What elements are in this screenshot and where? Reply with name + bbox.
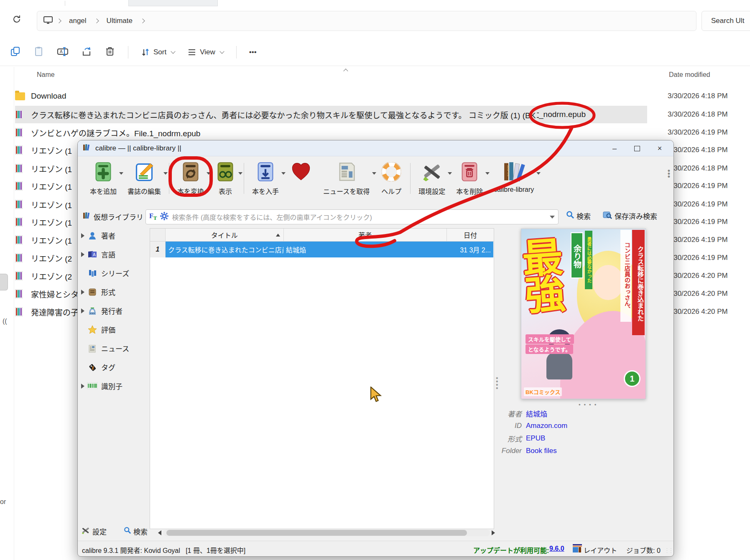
sort-ascending-icon[interactable] xyxy=(343,69,348,73)
toolbar-item-convert-books[interactable]: 本を変換 xyxy=(172,160,209,196)
toolbar-item-preferences[interactable]: 環境設定 xyxy=(413,160,451,196)
cover-art-girl-face xyxy=(593,265,624,300)
toolbar-item-get-books[interactable]: 本を入手 xyxy=(247,160,284,196)
explorer-address-row: angel Ultimate xyxy=(0,9,750,33)
chevron-down-icon xyxy=(219,49,224,53)
share-icon[interactable] xyxy=(81,46,92,59)
folder-link[interactable]: Book files xyxy=(526,447,557,455)
full-text-icon[interactable]: FT xyxy=(149,212,157,221)
bottom-search-button[interactable]: 検索 xyxy=(124,526,148,537)
toolbar-item-donate[interactable] xyxy=(284,160,318,186)
explorer-search-input[interactable]: Search Ult xyxy=(702,11,750,31)
view-button[interactable]: View xyxy=(187,48,224,57)
version-status: calibre 9.3.1 開発者: Kovid Goyal [1 冊、1冊を選… xyxy=(82,545,245,555)
book-date-cell[interactable]: 31 3月 2... xyxy=(446,242,493,257)
search-button[interactable]: 検索 xyxy=(566,211,591,221)
book-author-cell[interactable]: 結城焔 xyxy=(283,242,446,257)
breadcrumb[interactable]: angel Ultimate xyxy=(37,11,696,31)
paste-icon[interactable] xyxy=(33,46,44,59)
horizontal-scrollbar[interactable] xyxy=(158,528,495,537)
settings-button[interactable]: 設定 xyxy=(81,526,107,537)
update-available-label: アップデートが利用可能: xyxy=(473,545,549,555)
search-input[interactable]: 検索条件 (高度な検索をするには、左側の歯車アイコンをクリック) xyxy=(172,212,546,222)
minimize-button[interactable]: – xyxy=(603,140,626,156)
saved-search-button[interactable]: 保存済み検索 xyxy=(603,211,657,221)
epub-file-icon xyxy=(15,217,26,227)
calibre-titlebar[interactable]: calibre — || calibre-library || – × xyxy=(78,140,673,156)
expander-icon[interactable] xyxy=(81,290,84,295)
toolbar-item-library[interactable]: CALIBRE calibre-library xyxy=(488,160,539,193)
toolbar-overflow-icon[interactable]: ••• xyxy=(668,170,670,178)
cover-title-strip: クラス転移に巻き込まれた xyxy=(632,230,645,335)
column-header-author[interactable]: 著者 xyxy=(284,229,447,241)
epub-file-icon xyxy=(15,128,26,137)
add-books-icon xyxy=(93,161,114,184)
explorer-tab-fragment[interactable] xyxy=(128,0,218,6)
expander-icon[interactable] xyxy=(81,308,84,313)
sort-button[interactable]: Sort xyxy=(141,48,175,57)
book-cover[interactable]: クラス転移に巻き込まれた コンビニ店員のおっさん、 余り物 勇者には必要なかった… xyxy=(521,229,646,399)
more-options-button[interactable]: ••• xyxy=(249,48,257,56)
refresh-icon[interactable] xyxy=(12,14,22,26)
jobs-button[interactable]: ジョブ数: 0 xyxy=(626,545,661,555)
scroll-left-icon[interactable] xyxy=(158,530,161,535)
expander-icon[interactable] xyxy=(81,233,84,238)
heart-icon xyxy=(290,161,312,184)
toolbar-item-edit-metadata[interactable]: 書誌の編集 xyxy=(122,160,166,196)
chevron-down-icon[interactable] xyxy=(163,172,168,175)
layout-button[interactable]: レイアウト xyxy=(584,545,617,555)
gear-icon[interactable] xyxy=(160,212,168,222)
splitter-handle[interactable]: •••• xyxy=(496,377,497,390)
chevron-down-icon[interactable] xyxy=(536,172,541,175)
resize-grip[interactable]: ∙ ∙∙ ∙∙ ∙ xyxy=(666,547,672,553)
file-row-selected[interactable]: クラス転移に巻き込まれたコンビニ店員のおっさん、勇者には必要なかった余り物スキル… xyxy=(15,106,647,123)
file-row-download[interactable]: Download 3/30/2026 4:18 PM xyxy=(15,87,750,105)
publisher-icon xyxy=(87,306,98,316)
amazon-link[interactable]: Amazon.com xyxy=(526,422,567,430)
toolbar-item-add-books[interactable]: 本を追加 xyxy=(84,160,122,196)
toolbar-separator xyxy=(128,46,128,59)
book-title-cell[interactable]: クラス転移に巻き込まれたコンビニ店員のおっさん、... xyxy=(166,242,283,257)
virtual-library-button[interactable]: 仮想ライブラリ xyxy=(83,211,143,222)
epub-file-icon xyxy=(15,289,26,298)
toolbar-item-help[interactable]: ヘルプ xyxy=(375,160,408,196)
text-fragment: or xyxy=(0,498,6,506)
saved-search-icon xyxy=(603,211,612,221)
delete-icon[interactable] xyxy=(105,46,115,59)
author-link[interactable]: 結城焔 xyxy=(526,408,547,419)
toolbar-item-view[interactable]: 表示 xyxy=(209,160,241,196)
scroll-right-icon[interactable] xyxy=(492,530,495,535)
rename-icon[interactable]: A xyxy=(57,46,69,59)
star-icon xyxy=(87,325,98,334)
cover-title-strip: コンビニ店員のおっさん、 xyxy=(620,230,631,322)
cover-volume-badge: 1 xyxy=(624,370,640,387)
book-row-selected[interactable]: 1 クラス転移に巻き込まれたコンビニ店員のおっさん、... 結城焔 31 3月 … xyxy=(150,242,494,257)
column-header-date-modified[interactable]: Date modified xyxy=(669,71,710,79)
explorer-column-headers: Name Date modified xyxy=(0,67,750,83)
breadcrumb-item-ultimate[interactable]: Ultimate xyxy=(102,17,137,25)
column-header-name[interactable]: Name xyxy=(37,71,55,79)
scrollbar-thumb[interactable] xyxy=(166,530,467,536)
layout-icon[interactable] xyxy=(573,544,582,552)
detail-label: Folder xyxy=(490,447,522,455)
toolbar-item-fetch-news[interactable]: ニュースを取得 xyxy=(318,160,375,196)
column-header-date[interactable]: 日付 xyxy=(447,229,494,241)
epub-file-icon xyxy=(15,271,26,280)
breadcrumb-item-angel[interactable]: angel xyxy=(65,17,91,25)
toolbar-item-remove-books[interactable]: 本を削除 xyxy=(451,160,488,196)
file-row[interactable]: ゾンビとハゲの謎ラブコメ。File.1_nodrm.epub 3/30/2026… xyxy=(15,124,750,141)
expander-icon[interactable] xyxy=(81,384,84,389)
search-bar[interactable]: FT 検索条件 (高度な検索をするには、左側の歯車アイコンをクリック) xyxy=(145,209,559,224)
update-version-link[interactable]: 9.6.0 xyxy=(549,545,564,552)
maximize-button[interactable] xyxy=(626,140,648,156)
column-header-title[interactable]: タイトル xyxy=(166,229,284,241)
format-link[interactable]: EPUB xyxy=(526,434,545,443)
expander-icon[interactable] xyxy=(81,252,84,257)
chevron-down-icon[interactable] xyxy=(238,172,242,175)
get-books-icon xyxy=(255,161,276,184)
close-button[interactable]: × xyxy=(648,140,671,156)
search-history-dropdown-icon[interactable] xyxy=(550,216,555,219)
svg-text:A: A xyxy=(60,49,63,54)
copy-icon[interactable] xyxy=(10,46,21,59)
this-pc-icon[interactable] xyxy=(43,15,53,26)
